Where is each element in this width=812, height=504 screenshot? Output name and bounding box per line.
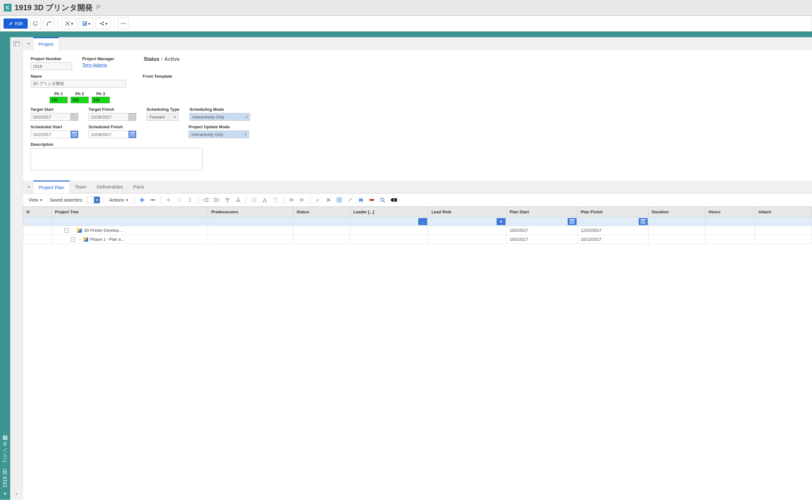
col-leader[interactable]: Leader [...] [350, 207, 428, 217]
remove-icon[interactable] [148, 195, 157, 204]
diamond-outline-icon[interactable] [175, 195, 184, 204]
filter-cell[interactable] [755, 217, 812, 226]
filter-cell[interactable] [23, 217, 52, 226]
calendar-icon[interactable] [639, 218, 648, 225]
filter-cell[interactable] [648, 217, 705, 226]
scheduling-mode-select[interactable]: Interactively Only ▼ [189, 113, 250, 121]
filter-cell[interactable] [208, 217, 293, 226]
filter-cell[interactable]: ▼ [428, 217, 506, 226]
edit-pencil-icon[interactable] [345, 195, 354, 204]
table-row[interactable]: − ⋯ Phase 1 - Plan a… 10/2/2017 10/12/20… [23, 235, 812, 244]
refresh-button[interactable] [30, 18, 41, 29]
toolbar-separator [134, 196, 134, 204]
tab-team[interactable]: Team [70, 181, 92, 193]
form-view-icon[interactable] [12, 40, 21, 47]
col-hours[interactable]: Hours [705, 207, 755, 217]
flag-icon[interactable] [96, 5, 102, 11]
filter-cell[interactable] [705, 217, 755, 226]
filter-cell[interactable] [52, 217, 208, 226]
scheduled-start-label: Scheduled Start [31, 124, 78, 129]
project-update-mode-label: Project Update Mode [189, 124, 249, 129]
tag-right-icon[interactable] [297, 195, 306, 204]
table-row[interactable]: − ⋯ 3D Printer Develop… 10/2/2017 12/22/… [23, 226, 812, 235]
tab-collapse-chevron-icon[interactable] [24, 42, 33, 46]
move-up-icon[interactable] [234, 195, 243, 204]
actions-menu[interactable]: Actions ▼ [107, 196, 131, 204]
hourglass-icon[interactable] [186, 195, 195, 204]
scheduled-start-input[interactable] [31, 131, 71, 138]
delete-tag-icon[interactable] [389, 195, 398, 204]
tab-collapse-chevron-icon[interactable] [24, 185, 33, 189]
chevron-down-icon: ▼ [242, 133, 249, 136]
target-start-input[interactable] [31, 113, 71, 121]
copy-icon[interactable] [249, 195, 258, 204]
col-project-tree[interactable]: Project Tree [52, 207, 208, 217]
print-icon[interactable] [356, 195, 365, 204]
eraser-icon[interactable] [313, 195, 322, 204]
grid-view-icon[interactable] [335, 195, 344, 204]
col-n[interactable]: N [23, 207, 52, 217]
indent-icon[interactable] [212, 195, 221, 204]
filter-cell[interactable] [293, 217, 350, 226]
tree-collapse-toggle[interactable]: − [71, 237, 75, 242]
description-textarea[interactable] [31, 148, 203, 170]
scheduling-type-select[interactable]: Forward ▼ [146, 113, 178, 121]
phase-3: Ph 3 100 [92, 91, 110, 103]
grid-filter-row: ... ▼ [23, 217, 812, 226]
outdent-icon[interactable] [201, 195, 210, 204]
col-lead-role[interactable]: Lead Role [428, 207, 506, 217]
ellipsis-icon[interactable]: ... [418, 218, 427, 225]
tab-project[interactable]: Project [33, 37, 59, 50]
share-dropdown-button[interactable]: ▾ [96, 18, 111, 29]
calendar-icon[interactable] [71, 113, 78, 121]
edit-button[interactable]: Edit [4, 18, 28, 29]
clear-format-icon[interactable] [367, 195, 376, 204]
tab-deliverables[interactable]: Deliverables [92, 181, 128, 193]
project-manager-link[interactable]: Terry Adams [82, 62, 114, 67]
cut-icon[interactable] [260, 195, 269, 204]
search-icon[interactable] [378, 195, 387, 204]
view-menu[interactable]: View ▼ [26, 196, 45, 204]
network-dropdown-button[interactable]: ▾ [61, 18, 76, 29]
filter-cell[interactable]: ... [350, 217, 428, 226]
filter-cell[interactable] [506, 217, 577, 226]
branch-button[interactable] [43, 18, 54, 29]
phase-2-value: 100 [71, 97, 89, 103]
calendar-icon[interactable] [568, 218, 577, 225]
tag-left-icon[interactable] [287, 195, 295, 204]
report-dropdown-button[interactable]: ▾ [78, 18, 94, 29]
col-attach[interactable]: Attach [755, 207, 812, 217]
project-update-mode-select[interactable]: Interactively Only ▼ [189, 131, 249, 138]
main-toolbar: Edit ▾ ▾ ▾ [0, 16, 812, 32]
col-status[interactable]: Status [293, 207, 350, 217]
move-down-icon[interactable] [223, 195, 232, 204]
chevron-down-icon: ▼ [2, 490, 8, 497]
tab-project-plan[interactable]: Project Plan [33, 181, 70, 193]
tree-collapse-toggle[interactable]: − [64, 228, 69, 233]
diamond-filled-icon[interactable] [164, 195, 173, 204]
calendar-icon[interactable] [129, 113, 136, 121]
col-predecessors[interactable]: Predecessors [208, 207, 293, 217]
vertical-tab[interactable]: 1919 3D プリンタ開発 ▼ [0, 37, 10, 500]
more-button[interactable] [117, 18, 129, 29]
calendar-icon[interactable] [129, 131, 136, 138]
content-area: Project Project Number Project Manager T… [23, 37, 812, 500]
name-input[interactable] [31, 80, 126, 88]
close-x-icon[interactable] [324, 195, 333, 204]
add-icon[interactable] [138, 195, 146, 204]
project-number-input[interactable] [31, 62, 72, 70]
chevron-down-icon[interactable]: ▼ [497, 218, 506, 225]
col-plan-finish[interactable]: Plan Finish [577, 207, 648, 217]
svg-rect-11 [83, 24, 84, 25]
col-duration[interactable]: Duration [648, 207, 705, 217]
svg-rect-20 [13, 41, 20, 46]
paste-icon[interactable] [271, 195, 280, 204]
col-plan-start[interactable]: Plan Start [506, 207, 577, 217]
tab-parts[interactable]: Parts [128, 181, 149, 193]
target-finish-input[interactable] [89, 113, 129, 121]
filter-cell[interactable] [577, 217, 648, 226]
scheduled-finish-input[interactable] [89, 131, 129, 138]
calendar-icon[interactable] [71, 131, 78, 138]
saved-searches-select[interactable]: ▼ [87, 196, 100, 203]
collapse-panel-icon[interactable] [12, 490, 21, 498]
